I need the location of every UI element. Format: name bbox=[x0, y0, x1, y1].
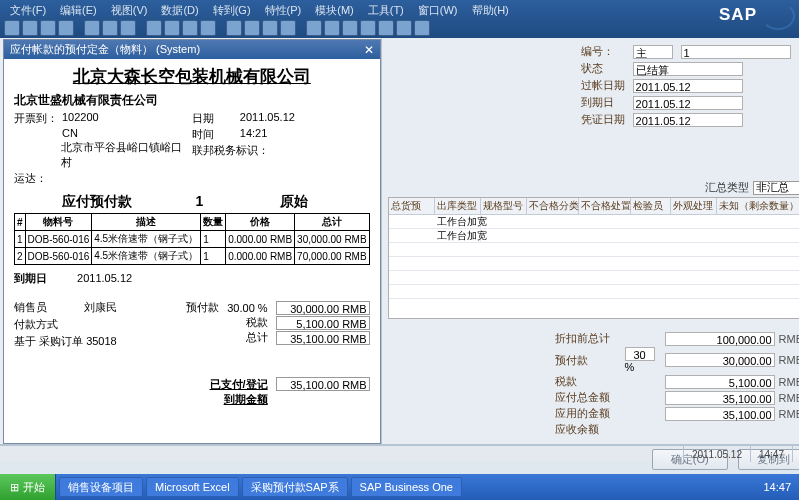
fed-tax-label: 联邦税务标识： bbox=[192, 143, 269, 158]
tb-copy-icon[interactable] bbox=[102, 20, 118, 36]
bill-to-line1: 102200 bbox=[62, 111, 99, 126]
col-code: 物料号 bbox=[25, 214, 92, 231]
tb-paste-icon[interactable] bbox=[120, 20, 136, 36]
system-tray[interactable]: 14:47 bbox=[755, 481, 799, 493]
col-desc: 描述 bbox=[92, 214, 201, 231]
sum-tax-val: 5,100.00 RMB bbox=[276, 316, 370, 330]
due-date-field[interactable]: 2011.05.12 bbox=[633, 96, 743, 110]
col-qty: 数量 bbox=[201, 214, 226, 231]
sum-due-amount-label: 到期金额 bbox=[210, 392, 268, 407]
menu-help[interactable]: 帮助(H) bbox=[468, 2, 513, 19]
tb-help-icon[interactable] bbox=[414, 20, 430, 36]
main-menu-bar: 文件(F) 编辑(E) 视图(V) 数据(D) 转到(G) 特性(P) 模块(M… bbox=[0, 2, 513, 19]
tb-misc3-icon[interactable] bbox=[342, 20, 358, 36]
due-date-label2: 到期日 bbox=[581, 95, 633, 110]
sales-emp-label: 销售员 bbox=[14, 300, 84, 315]
doc-no-field[interactable]: 1 bbox=[681, 45, 791, 59]
tb-print-icon[interactable] bbox=[58, 20, 74, 36]
tb-misc6-icon[interactable] bbox=[396, 20, 412, 36]
menu-tools[interactable]: 工具(T) bbox=[364, 2, 408, 19]
summary-type-bar: 汇总类型 非汇总▾ bbox=[388, 179, 799, 196]
pay-method-label: 付款方式 bbox=[14, 318, 58, 330]
menu-window[interactable]: 窗口(W) bbox=[414, 2, 462, 19]
tb-misc2-icon[interactable] bbox=[324, 20, 340, 36]
items-grid[interactable]: 总货预 出库类型 规格型号 不合格分类 不合格处置 检验员 外观处理 未知（剩余… bbox=[388, 197, 799, 319]
menu-props[interactable]: 特性(P) bbox=[261, 2, 306, 19]
disc-value: 100,000.00 bbox=[665, 332, 775, 346]
col-tab3[interactable]: 不合格分类 bbox=[527, 198, 579, 214]
col-tab0[interactable]: 总货预 bbox=[389, 198, 435, 214]
col-tab5[interactable]: 检验员 bbox=[631, 198, 671, 214]
post-date-field[interactable]: 2011.05.12 bbox=[633, 79, 743, 93]
prepay-value2: 30,000.00 bbox=[665, 353, 775, 367]
tb-misc1-icon[interactable] bbox=[306, 20, 322, 36]
tb-cut-icon[interactable] bbox=[84, 20, 100, 36]
col-tab6[interactable]: 外观处理 bbox=[671, 198, 717, 214]
taskbar-item[interactable]: 销售设备项目 bbox=[59, 477, 143, 497]
based-on-value: 35018 bbox=[86, 335, 117, 347]
sap-logo: SAP bbox=[719, 2, 795, 30]
menu-data[interactable]: 数据(D) bbox=[157, 2, 202, 19]
menu-view[interactable]: 视图(V) bbox=[107, 2, 152, 19]
b1-form-panel: 编号： 主 1 状态 已结算 过帐日期 2011.05.12 到期日 2011.… bbox=[381, 38, 799, 444]
unit-rmb: RMB bbox=[779, 408, 799, 420]
col-tab2[interactable]: 规格型号 bbox=[481, 198, 527, 214]
workspace: 应付帐款的预付定金（物料） (System) ✕ 北京大森长空包装机械有限公司 … bbox=[0, 38, 799, 444]
tb-export-icon[interactable] bbox=[262, 20, 278, 36]
no-scheme-field[interactable]: 主 bbox=[633, 45, 673, 59]
taskbar-item[interactable]: SAP Business One bbox=[351, 477, 462, 497]
tb-nav-first-icon[interactable] bbox=[146, 20, 162, 36]
close-icon[interactable]: ✕ bbox=[364, 43, 374, 57]
due-date-value: 2011.05.12 bbox=[77, 272, 132, 284]
section-number: 1 bbox=[179, 193, 219, 211]
menu-goto[interactable]: 转到(G) bbox=[209, 2, 255, 19]
tb-save-icon[interactable] bbox=[40, 20, 56, 36]
cell-total: 70,000.00 RMB bbox=[295, 248, 370, 265]
tb-misc4-icon[interactable] bbox=[360, 20, 376, 36]
sum-prepay-pct: 30.00 % bbox=[227, 302, 267, 314]
start-button[interactable]: ⊞ 开始 bbox=[0, 474, 56, 500]
cell-qty: 1 bbox=[201, 231, 226, 248]
tb-find-icon[interactable] bbox=[226, 20, 242, 36]
sap-statusbar: 2011.05.12 14:47 bbox=[0, 444, 799, 462]
menu-edit[interactable]: 编辑(E) bbox=[56, 2, 101, 19]
preview-titlebar[interactable]: 应付帐款的预付定金（物料） (System) ✕ bbox=[4, 40, 380, 59]
status-time: 14:47 bbox=[751, 446, 793, 462]
tb-settings-icon[interactable] bbox=[280, 20, 296, 36]
doc-date-field[interactable]: 2011.05.12 bbox=[633, 113, 743, 127]
tb-new-icon[interactable] bbox=[4, 20, 20, 36]
items-header-row: # 物料号 描述 数量 价格 总计 bbox=[15, 214, 370, 231]
col-tab4[interactable]: 不合格处置 bbox=[579, 198, 631, 214]
tb-nav-last-icon[interactable] bbox=[200, 20, 216, 36]
item-row: 2 DOB-560-016 4.5米倍速带（钢子式） 1 0.000.00 RM… bbox=[15, 248, 370, 265]
doc-time: 14:21 bbox=[240, 127, 268, 142]
col-tab7[interactable]: 未知（剩余数量） bbox=[717, 198, 799, 214]
grid-row[interactable]: 工作台加宽 bbox=[389, 215, 799, 229]
tb-nav-prev-icon[interactable] bbox=[164, 20, 180, 36]
taskbar-item[interactable]: Microsoft Excel bbox=[146, 477, 239, 497]
pay-total-value: 35,100.00 bbox=[665, 391, 775, 405]
unit-rmb: RMB bbox=[779, 333, 799, 345]
col-tab1[interactable]: 出库类型 bbox=[435, 198, 481, 214]
tb-open-icon[interactable] bbox=[22, 20, 38, 36]
grid-cell-desc: 工作台加宽 bbox=[435, 215, 481, 229]
tb-misc5-icon[interactable] bbox=[378, 20, 394, 36]
menu-file[interactable]: 文件(F) bbox=[6, 2, 50, 19]
grid-row[interactable]: 工作台加宽 bbox=[389, 229, 799, 243]
based-on-label: 基于 采购订单 bbox=[14, 335, 83, 347]
status-field: 已结算 bbox=[633, 62, 743, 76]
prepay-label2: 预付款 bbox=[555, 353, 625, 368]
tb-nav-next-icon[interactable] bbox=[182, 20, 198, 36]
doc-date: 2011.05.12 bbox=[240, 111, 295, 126]
tb-refresh-icon[interactable] bbox=[244, 20, 260, 36]
summary-type-select[interactable]: 非汇总▾ bbox=[753, 181, 799, 195]
balance-label: 应收余额 bbox=[555, 422, 625, 437]
sum-tax-label: 税款 bbox=[246, 315, 268, 330]
cell-desc: 4.5米倍速带（钢子式） bbox=[92, 231, 201, 248]
tax-label2: 税款 bbox=[555, 374, 625, 389]
prepay-pct-field[interactable]: 30 bbox=[625, 347, 655, 361]
sales-emp-value: 刘康民 bbox=[84, 301, 117, 313]
taskbar-item[interactable]: 采购预付款SAP系 bbox=[242, 477, 348, 497]
menu-module[interactable]: 模块(M) bbox=[311, 2, 358, 19]
sum-prepay-label: 预付款 bbox=[186, 300, 219, 315]
